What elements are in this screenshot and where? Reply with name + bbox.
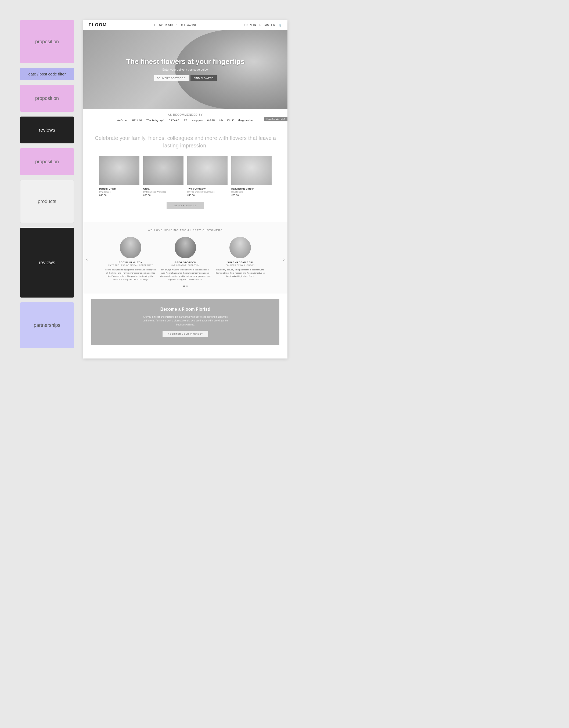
postcode-input[interactable] [154, 75, 189, 81]
sidebar-block-products: products [20, 180, 74, 223]
review-title-2: FOUNDER OF WAH LONDON [215, 264, 266, 266]
product-name-1: Greta [143, 187, 183, 190]
press-logo-telegraph: The Telegraph [146, 119, 164, 122]
review-text-1: I'm always wanting to send flowers that … [160, 268, 211, 281]
mid-headline: Celebrate your family, friends, colleagu… [94, 134, 277, 149]
nav-link-magazine[interactable]: MAGAZINE [181, 24, 197, 27]
carousel-dots [89, 285, 282, 287]
hero-form: Find Flowers [126, 75, 245, 81]
reviews-section-label: WE LOVE HEARING FROM HAPPY CUSTOMERS [89, 229, 282, 231]
product-price-0: £45.00 [99, 194, 139, 197]
product-shop-3: By Zita Elze [231, 191, 271, 193]
review-avatar-0 [120, 237, 141, 258]
hero-content: The finest flowers at your fingertips En… [126, 57, 245, 81]
send-flowers-button[interactable]: SEND FLOWERS [166, 202, 204, 209]
sidebar-block-reviews-1: reviews [20, 117, 74, 143]
sidebar-block-proposition-1: proposition [20, 20, 74, 63]
carousel-arrow-left[interactable]: ‹ [86, 256, 88, 262]
sidebar-label-reviews-2: reviews [39, 260, 55, 266]
press-logo-guardian: theguardian [238, 119, 253, 122]
review-card-2: SHARMADEAN REID FOUNDER OF WAH LONDON I … [215, 237, 266, 278]
product-image-3 [231, 156, 271, 185]
press-logos: AnOther HELLO! The Telegraph BAZAAR ES W… [89, 119, 282, 122]
sidebar-label-proposition-1: proposition [35, 39, 59, 45]
product-card-2: Two's Company By The English Flowerhouse… [187, 156, 227, 197]
hero-subtitle: Enter your delivery postcode below [126, 68, 245, 71]
product-price-1: £65.00 [143, 194, 183, 197]
sidebar-block-partnerships: partnerships [20, 302, 74, 348]
review-title-0: PA TO THE HEAD OF DIGITAL, CONDE NAST [105, 264, 156, 266]
review-text-0: I send bouquets to high profile clients … [105, 268, 156, 281]
sidebar-label-proposition-2: proposition [35, 96, 59, 101]
reviews-section: WE LOVE HEARING FROM HAPPY CUSTOMERS ‹ R… [83, 222, 288, 294]
florist-register-button[interactable]: REGISTER YOUR INTEREST [162, 331, 208, 337]
product-price-2: £45.00 [187, 194, 227, 197]
press-logo-id: i·D [219, 119, 223, 122]
product-name-0: Daffodil Dream [99, 187, 139, 190]
register-link[interactable]: REGISTER [259, 24, 275, 27]
review-name-2: SHARMADEAN REID [215, 261, 266, 264]
section-spacer [83, 294, 288, 299]
hero-title: The finest flowers at your fingertips [126, 57, 245, 66]
sidebar-label-reviews-1: reviews [39, 127, 55, 133]
review-name-0: ROBYN HAMILTON [105, 261, 156, 264]
sidebar-label-proposition-3: proposition [35, 159, 59, 165]
sidebar-block-date-filter[interactable]: date / post code filter [20, 68, 74, 80]
sidebar-label-partnerships: partnerships [34, 323, 60, 328]
review-card-1: GREG STOGDON SVP CREATIVE, BURBERRY I'm … [160, 237, 211, 281]
press-logo-wgsn: WGSN [207, 119, 215, 122]
review-name-1: GREG STOGDON [160, 261, 211, 264]
product-card-3: Ranunculus Garden By Zita Elze £85.00 [231, 156, 271, 197]
press-logo-elle: ELLE [227, 119, 234, 122]
product-shop-1: By Botanique Workshop [143, 191, 183, 193]
help-bubble-label: How Can We Help? [266, 118, 285, 120]
products-grid: Daffodil Dream By Zita Elze £45.00 Greta… [94, 156, 277, 197]
review-avatar-2 [229, 237, 251, 258]
press-logo-wallpaper: Wallpaper* [192, 119, 203, 121]
product-shop-0: By Zita Elze [99, 191, 139, 193]
review-card-0: ROBYN HAMILTON PA TO THE HEAD OF DIGITAL… [105, 237, 156, 281]
press-strip: As recommended by AnOther HELLO! The Tel… [83, 109, 288, 126]
carousel-arrow-right[interactable]: › [283, 256, 285, 262]
sidebar-label-date-filter: date / post code filter [28, 72, 66, 76]
press-logo-es: ES [184, 119, 187, 122]
cart-icon[interactable]: 🛒 [278, 24, 282, 27]
carousel-dot-0[interactable] [183, 285, 185, 287]
product-card-1: Greta By Botanique Workshop £65.00 [143, 156, 183, 197]
help-bubble[interactable]: How Can We Help? [264, 117, 288, 121]
sign-in-link[interactable]: SIGN IN [244, 24, 256, 27]
product-shop-2: By The English Flowerhouse [187, 191, 227, 193]
product-name-3: Ranunculus Garden [231, 187, 271, 190]
site-logo[interactable]: FLOOM [89, 23, 107, 27]
florist-description: Are you a florist and interested in part… [142, 315, 228, 327]
product-image-1 [143, 156, 183, 185]
mid-section: Celebrate your family, friends, colleagu… [83, 126, 288, 222]
sidebar-label-products: products [38, 199, 56, 204]
nav-right: SIGN IN REGISTER 🛒 [244, 24, 282, 27]
nav-link-flower-shop[interactable]: FLOWER SHOP [154, 24, 177, 27]
product-card-0: Daffodil Dream By Zita Elze £45.00 [99, 156, 139, 197]
hero-section: The finest flowers at your fingertips En… [83, 30, 288, 109]
navigation: FLOOM FLOWER SHOP MAGAZINE SIGN IN REGIS… [83, 20, 288, 30]
product-name-2: Two's Company [187, 187, 227, 190]
sidebar-block-proposition-3: proposition [20, 148, 74, 175]
carousel-dot-1[interactable] [186, 285, 188, 287]
florist-title: Become a Floom Florist! [102, 307, 268, 312]
sidebar-block-reviews-2: reviews [20, 228, 74, 298]
product-image-0 [99, 156, 139, 185]
review-avatar-1 [175, 237, 196, 258]
find-flowers-button[interactable]: Find Flowers [190, 75, 217, 81]
nav-links: FLOWER SHOP MAGAZINE [154, 24, 197, 27]
review-text-2: I loved my delivery. The packaging is be… [215, 268, 266, 278]
product-image-2 [187, 156, 227, 185]
press-label: As recommended by [89, 113, 282, 116]
product-price-3: £85.00 [231, 194, 271, 197]
sidebar: proposition date / post code filter prop… [20, 20, 74, 348]
florist-cta: Become a Floom Florist! Are you a floris… [91, 299, 279, 345]
press-logo-hello: HELLO! [132, 119, 142, 122]
section-spacer-bottom [83, 353, 288, 358]
reviews-grid: ‹ ROBYN HAMILTON PA TO THE HEAD OF DIGIT… [89, 237, 282, 281]
press-logo-another: AnOther [117, 119, 128, 122]
review-title-1: SVP CREATIVE, BURBERRY [160, 264, 211, 266]
website-preview: FLOOM FLOWER SHOP MAGAZINE SIGN IN REGIS… [83, 20, 288, 358]
